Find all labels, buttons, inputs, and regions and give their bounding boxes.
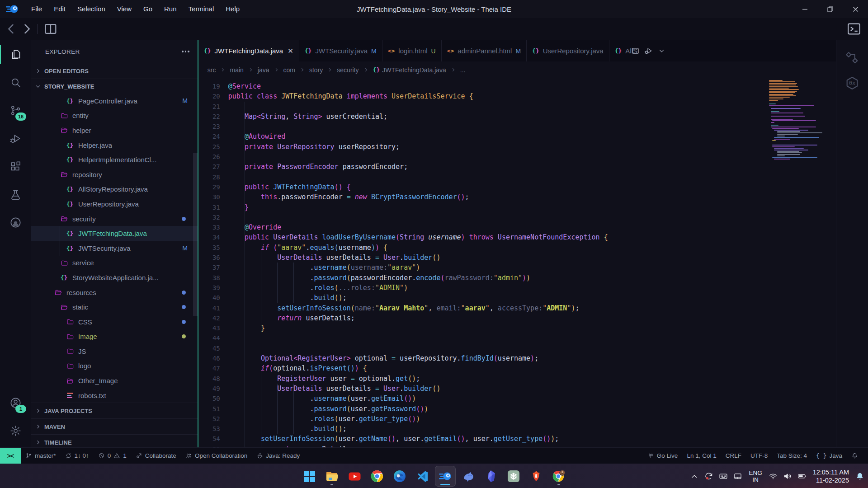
editor-tab[interactable]: {}JWTFetchingData.java✕ [198, 40, 299, 61]
menu-selection[interactable]: Selection [71, 0, 111, 18]
code-editor[interactable]: 19@Service20public class JWTFetchingData… [198, 78, 836, 447]
brave-icon[interactable] [526, 466, 546, 486]
breadcrumb-item[interactable]: main [230, 66, 243, 74]
editor-tab[interactable]: {}UserRepository.java [527, 40, 609, 61]
menu-terminal[interactable]: Terminal [183, 0, 220, 18]
run-debug-icon[interactable] [644, 47, 653, 55]
menu-edit[interactable]: Edit [48, 0, 71, 18]
remote-corner-icon[interactable]: >< [0, 448, 21, 464]
restore-button[interactable] [817, 0, 843, 18]
section-maven[interactable]: MAVEN [31, 418, 198, 434]
project-section[interactable]: STORY_WEBSITE [31, 79, 198, 94]
open-editors-section[interactable]: OPEN EDITORS [31, 63, 198, 79]
bell-icon[interactable] [855, 472, 864, 481]
tree-item[interactable]: JS [31, 344, 198, 359]
tree-item[interactable]: {}AllStoryRepository.java [31, 182, 198, 197]
menu-go[interactable]: Go [137, 0, 158, 18]
more-actions-icon[interactable] [180, 49, 191, 54]
tree-item[interactable]: resources [31, 285, 198, 300]
tree-item[interactable]: {}PageController.javaM [31, 94, 198, 108]
menu-help[interactable]: Help [220, 0, 245, 18]
editor-tab[interactable]: <>login.htmlU [382, 40, 442, 61]
sidebar-scrollbar[interactable] [193, 153, 198, 316]
tree-item[interactable]: Image [31, 329, 198, 344]
activity-test-flask-icon[interactable] [0, 180, 31, 208]
bell-icon[interactable] [847, 448, 863, 464]
tree-item[interactable]: CSS [31, 314, 198, 329]
tray-sync-icon[interactable] [704, 472, 713, 481]
minimize-button[interactable] [792, 0, 817, 18]
tray-status-icons[interactable] [769, 472, 807, 481]
activity-account-icon[interactable]: 1 [0, 389, 31, 417]
obsidian-icon[interactable] [481, 466, 501, 486]
chatgpt-icon[interactable] [504, 466, 524, 486]
theia-icon[interactable] [435, 466, 456, 487]
tree-item[interactable]: service [31, 256, 198, 271]
chevron-down-icon[interactable] [657, 47, 666, 55]
menu-run[interactable]: Run [158, 0, 183, 18]
menu-file[interactable]: File [25, 0, 48, 18]
status-item[interactable]: Ln 1, Col 1 [682, 448, 721, 464]
section-java-projects[interactable]: JAVA PROJECTS [31, 403, 198, 418]
tree-item[interactable]: {}JWTSecurity.javaM [31, 241, 198, 256]
tree-item[interactable]: entity [31, 108, 198, 123]
status-item[interactable]: Tab Size: 4 [772, 448, 811, 464]
menu-view[interactable]: View [111, 0, 137, 18]
clock[interactable]: 12:05:11 AM11-02-2025 [813, 468, 849, 484]
section-timeline[interactable]: TIMELINE [31, 434, 198, 447]
go-live-icon[interactable]: Go Live [643, 448, 683, 464]
open-collab-icon[interactable]: Open Collaboration [181, 448, 252, 464]
tree-item[interactable]: {}Helper.java [31, 138, 198, 153]
tree-item[interactable]: {}StoryWebsiteApplication.ja... [31, 270, 198, 285]
breadcrumb-item[interactable]: security [337, 66, 359, 74]
youtube-icon[interactable] [344, 466, 364, 486]
tree-item[interactable]: robots.txt [31, 388, 198, 403]
git-branch-icon[interactable]: master* [21, 448, 61, 464]
back-button[interactable] [4, 21, 19, 37]
minimap[interactable] [767, 80, 817, 160]
tree-item[interactable]: helper [31, 123, 198, 138]
breadcrumb-item[interactable]: story [309, 66, 323, 74]
activity-files-icon[interactable] [0, 40, 31, 68]
forward-button[interactable] [19, 21, 34, 37]
tree-item[interactable]: Other_Image [31, 373, 198, 388]
breadcrumb-item[interactable]: com [283, 66, 295, 74]
activity-github-icon[interactable] [0, 208, 31, 236]
java-cup-icon[interactable]: Java: Ready [252, 448, 304, 464]
start-icon[interactable] [299, 466, 319, 486]
vscode-icon[interactable] [412, 466, 432, 486]
status-item[interactable]: CRLF [721, 448, 746, 464]
collaborate-icon[interactable]: Collaborate [131, 448, 181, 464]
dolphin-icon[interactable] [458, 466, 478, 486]
close-tab-icon[interactable]: ✕ [288, 47, 293, 55]
activity-extensions-icon[interactable] [0, 152, 31, 180]
tray-chevron-up-icon[interactable] [690, 472, 699, 481]
close-button[interactable] [843, 0, 868, 18]
split-editor-icon[interactable] [631, 47, 640, 55]
dependency-graph-icon[interactable] [844, 50, 860, 66]
tree-item[interactable]: {}JWTFetchingData.java [31, 226, 198, 241]
activity-search-icon[interactable] [0, 68, 31, 96]
edge-icon[interactable] [390, 466, 410, 486]
tray-touchpad-icon[interactable] [733, 472, 742, 481]
breadcrumb[interactable]: srcmainjavacomstorysecurity{}JWTFetching… [198, 61, 836, 78]
tree-item[interactable]: logo [31, 359, 198, 374]
tree-item[interactable]: {}UserRepository.java [31, 197, 198, 211]
breadcrumb-item[interactable]: {}JWTFetchingData.java [373, 66, 446, 74]
tray-keyboard-icon[interactable] [719, 472, 728, 481]
tree-item[interactable]: security [31, 211, 198, 226]
status-item[interactable]: UTF-8 [746, 448, 772, 464]
split-columns-button[interactable] [43, 21, 58, 37]
file-explorer-icon[interactable] [322, 466, 342, 486]
tree-item[interactable]: {}HelperImplementationCl... [31, 152, 198, 167]
breadcrumb-item[interactable]: src [208, 66, 216, 74]
sync-icon[interactable]: 1↓ 0↑ [61, 448, 94, 464]
toggle-terminal-button[interactable] [846, 21, 862, 37]
tree-item[interactable]: repository [31, 167, 198, 182]
tree-item[interactable]: static [31, 300, 198, 314]
language-indicator[interactable]: ENGIN [749, 469, 762, 483]
breadcrumb-item[interactable]: ... [460, 66, 466, 74]
error-circle-icon[interactable]: 01 [94, 448, 131, 464]
activity-settings-gear-icon[interactable] [0, 417, 31, 445]
braces-text[interactable]: { }Java [811, 448, 847, 464]
